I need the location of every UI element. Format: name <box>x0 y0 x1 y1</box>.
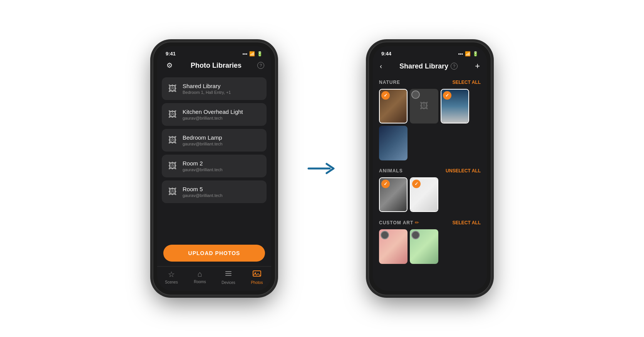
edit-icon-custom-art[interactable]: ✏ <box>415 220 419 225</box>
help-icon-1[interactable]: ? <box>257 62 264 69</box>
check-nature-1: ✓ <box>381 91 390 100</box>
photo-nature-4[interactable] <box>379 126 408 160</box>
photo-sections: NATURE SELECT ALL ✓ 🖼 <box>373 76 487 291</box>
library-item-room5[interactable]: 🖼 Room 5 gaurav@brilliant.tech <box>162 180 267 203</box>
library-icon-shared: 🖼 <box>167 84 178 94</box>
page-title-2: Shared Library <box>399 62 448 70</box>
select-all-nature[interactable]: SELECT ALL <box>452 80 481 85</box>
photo-grid-animals: ✓ ✓ <box>373 176 487 216</box>
check-nature-3: ✓ <box>443 91 451 100</box>
signal-icons-2: ▪▪▪ 📶 🔋 <box>458 51 478 57</box>
section-label-custom-art: CUSTOM ART <box>379 220 413 225</box>
nav-devices[interactable]: Devices <box>218 270 239 285</box>
photo-nature-1[interactable]: ✓ <box>379 89 408 123</box>
section-label-nature: NATURE <box>379 80 400 85</box>
library-text-room2: Room 2 gaurav@brilliant.tech <box>183 160 261 172</box>
library-icon-kitchen: 🖼 <box>167 110 178 120</box>
library-sub-shared: Bedroom 1, Hall Entry, +1 <box>183 90 261 95</box>
library-name-room2: Room 2 <box>183 160 261 167</box>
signal-icon-2: ▪▪▪ <box>458 51 463 57</box>
library-item-bedroom[interactable]: 🖼 Bedroom Lamp gaurav@brilliant.tech <box>162 129 267 152</box>
library-list: 🖼 Shared Library Bedroom 1, Hall Entry, … <box>157 74 271 240</box>
uncheck-custom-1 <box>381 231 389 239</box>
upload-btn-wrap: UPLOAD PHOTOS <box>157 240 271 266</box>
section-label-animals: ANIMALS <box>379 168 403 174</box>
photo-nature-3[interactable]: ✓ <box>441 89 469 123</box>
photo-grid-nature: ✓ 🖼 ✓ <box>373 87 487 164</box>
wifi-icon-2: 📶 <box>465 51 471 57</box>
nav-rooms-label: Rooms <box>194 280 206 284</box>
gear-icon[interactable]: ⚙ <box>164 61 175 70</box>
photo-grid-custom-art <box>373 228 487 268</box>
library-text-bedroom: Bedroom Lamp gaurav@brilliant.tech <box>183 134 261 146</box>
library-sub-bedroom: gaurav@brilliant.tech <box>183 142 261 146</box>
time-2: 9:44 <box>381 51 391 57</box>
rooms-icon: ⌂ <box>198 270 202 279</box>
bottom-nav: ☆ Scenes ⌂ Rooms <box>157 266 271 291</box>
uncheck-nature-2 <box>411 90 420 99</box>
app-header-1: ⚙ Photo Libraries ? <box>157 58 271 74</box>
library-sub-kitchen: gaurav@brilliant.tech <box>183 116 261 120</box>
battery-icon-2: 🔋 <box>473 51 478 57</box>
section-header-nature: NATURE SELECT ALL <box>373 76 487 87</box>
uncheck-custom-2 <box>411 231 420 239</box>
library-text-shared: Shared Library Bedroom 1, Hall Entry, +1 <box>183 83 261 95</box>
photo-custom-2[interactable] <box>410 229 438 264</box>
phone-1: 9:41 ▪▪▪ 📶 🔋 ⚙ Photo Libraries ? <box>153 42 276 295</box>
devices-icon <box>225 270 232 279</box>
check-animal-2: ✓ <box>412 180 421 188</box>
select-all-custom-art[interactable]: SELECT ALL <box>452 220 481 225</box>
help-icon-2[interactable]: ? <box>451 63 458 70</box>
nav-scenes[interactable]: ☆ Scenes <box>161 270 182 284</box>
library-name-bedroom: Bedroom Lamp <box>183 134 261 141</box>
library-sub-room2: gaurav@brilliant.tech <box>183 167 261 172</box>
add-button[interactable]: + <box>475 61 480 71</box>
photo-custom-1[interactable] <box>379 229 408 264</box>
library-text-room5: Room 5 gaurav@brilliant.tech <box>183 186 261 198</box>
nav-devices-label: Devices <box>221 280 235 285</box>
library-text-kitchen: Kitchen Overhead Light gaurav@brilliant.… <box>183 108 261 120</box>
check-animal-1: ✓ <box>381 180 390 188</box>
nav-photos-label: Photos <box>251 280 263 285</box>
transition-arrow <box>307 161 337 176</box>
time-1: 9:41 <box>166 51 176 57</box>
photo-nature-2[interactable]: 🖼 <box>410 89 438 123</box>
library-item-kitchen[interactable]: 🖼 Kitchen Overhead Light gaurav@brillian… <box>162 103 267 126</box>
battery-icon: 🔋 <box>257 51 263 57</box>
signal-icons-1: ▪▪▪ 📶 🔋 <box>242 51 263 57</box>
scenes-icon: ☆ <box>168 270 175 279</box>
nav-rooms[interactable]: ⌂ Rooms <box>190 270 211 284</box>
signal-icon: ▪▪▪ <box>242 51 247 57</box>
library-item-shared[interactable]: 🖼 Shared Library Bedroom 1, Hall Entry, … <box>162 77 267 100</box>
status-bar-2: 9:44 ▪▪▪ 📶 🔋 <box>373 46 487 58</box>
nav-scenes-label: Scenes <box>165 280 178 284</box>
library-icon-bedroom: 🖼 <box>167 135 178 145</box>
wifi-icon: 📶 <box>249 51 255 57</box>
app-header-2: ‹ Shared Library ? + <box>373 58 487 76</box>
library-name-kitchen: Kitchen Overhead Light <box>183 108 261 115</box>
svg-rect-0 <box>225 271 231 272</box>
library-icon-room5: 🖼 <box>167 187 178 197</box>
svg-rect-1 <box>225 273 231 274</box>
library-item-room2[interactable]: 🖼 Room 2 gaurav@brilliant.tech <box>162 155 267 177</box>
photo-animal-2[interactable]: ✓ <box>410 177 438 212</box>
unselect-all-animals[interactable]: UNSELECT ALL <box>446 168 481 174</box>
page-title-1: Photo Libraries <box>175 62 257 70</box>
status-bar-1: 9:41 ▪▪▪ 📶 🔋 <box>157 46 271 58</box>
section-header-animals: ANIMALS UNSELECT ALL <box>373 164 487 176</box>
library-icon-room2: 🖼 <box>167 161 178 171</box>
svg-rect-2 <box>225 275 231 276</box>
library-name-shared: Shared Library <box>183 83 261 89</box>
library-name-room5: Room 5 <box>183 186 261 192</box>
photos-icon <box>253 270 261 279</box>
upload-photos-button[interactable]: UPLOAD PHOTOS <box>163 245 265 262</box>
section-header-custom-art: CUSTOM ART ✏ SELECT ALL <box>373 216 487 228</box>
nav-photos[interactable]: Photos <box>247 270 268 285</box>
library-sub-room5: gaurav@brilliant.tech <box>183 193 261 198</box>
photo-animal-1[interactable]: ✓ <box>379 177 408 212</box>
phone-2: 9:44 ▪▪▪ 📶 🔋 ‹ Shared Library ? + <box>368 42 491 295</box>
